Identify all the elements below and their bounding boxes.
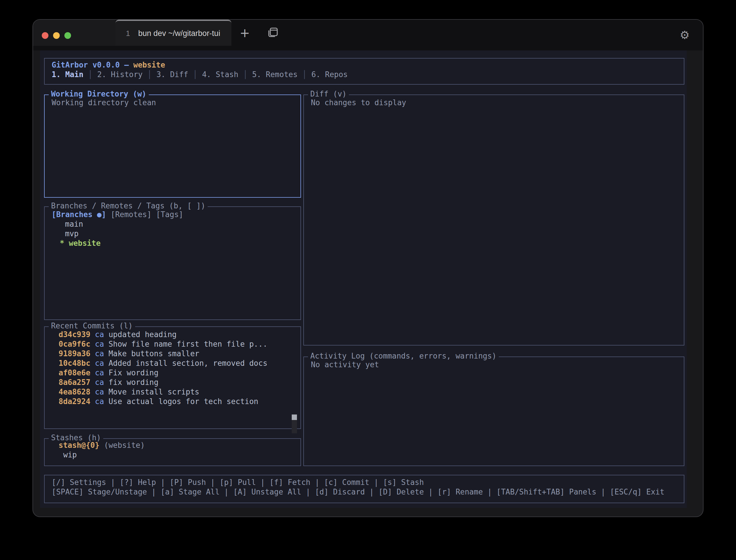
tab-separator: │: [147, 70, 152, 79]
terminal-window: 1 bun dev ~/w/gitarbor-tui + ⚙: [32, 19, 704, 517]
panel-activity-log[interactable]: Activity Log (commands, errors, warnings…: [303, 357, 684, 466]
branch-row-current[interactable]: * website: [52, 239, 300, 248]
tab-separator: │: [88, 70, 93, 79]
diff-title: Diff (v): [308, 90, 349, 98]
stash-message: wip: [59, 450, 300, 460]
app-title: GitArbor v0.0.0 —: [52, 61, 129, 69]
minimize-button[interactable]: [53, 32, 60, 39]
titlebar: 1 bun dev ~/w/gitarbor-tui + ⚙: [33, 20, 703, 50]
commit-row[interactable]: 8a6a257 ca fix wording: [59, 378, 300, 387]
commit-row[interactable]: d34c939 ca updated heading: [59, 330, 300, 339]
panel-stashes[interactable]: Stashes (h) stash@{0} (website) wip: [44, 438, 301, 466]
terminal-content: GitArbor v0.0.0 — website 1. Main│2. His…: [40, 50, 687, 508]
panel-working-directory[interactable]: Working Directory (w) Working directory …: [44, 94, 301, 198]
commits-scrollbar-track: [292, 420, 297, 433]
tab-title: bun dev ~/w/gitarbor-tui: [138, 29, 220, 38]
activity-log-title: Activity Log (commands, errors, warnings…: [308, 352, 499, 360]
working-directory-title: Working Directory (w): [49, 90, 149, 98]
close-button[interactable]: [42, 32, 48, 39]
zoom-button[interactable]: [64, 32, 71, 39]
commit-row[interactable]: 0ca9f6c ca Show file name first then fil…: [59, 339, 300, 349]
tab-number: 1: [126, 29, 130, 38]
screenshot-root: 1 bun dev ~/w/gitarbor-tui + ⚙: [0, 0, 736, 560]
tab-remotes[interactable]: 5. Remotes: [252, 70, 298, 79]
panel-keybindings: [/] Settings | [?] Help | [P] Push | [p]…: [44, 475, 684, 503]
branch-row[interactable]: mvp: [52, 229, 300, 239]
branch-filter-bar: [Branches ●] [Remotes] [Tags]: [52, 210, 300, 219]
stashes-title: Stashes (h): [49, 433, 103, 442]
gear-icon: ⚙: [680, 29, 690, 41]
commit-row[interactable]: 8da2924 ca Use actual logos for tech sec…: [59, 397, 300, 406]
stacked-windows-icon: [266, 26, 279, 39]
tab-stash[interactable]: 4. Stash: [202, 70, 238, 79]
tab-repos[interactable]: 6. Repos: [311, 70, 348, 79]
filter-remotes[interactable]: [Remotes]: [111, 210, 152, 219]
filter-branches[interactable]: [Branches ●]: [52, 210, 106, 219]
plus-icon: +: [239, 26, 250, 40]
tab-main[interactable]: 1. Main: [52, 70, 83, 79]
tab-separator: │: [243, 70, 248, 79]
branches-title: Branches / Remotes / Tags (b, [ ]): [49, 201, 208, 210]
commit-row[interactable]: 10c48bc ca Added install section, remove…: [59, 359, 300, 368]
current-branch-marker: *: [60, 239, 64, 248]
diff-empty-message: No changes to display: [311, 98, 684, 108]
tab-diff[interactable]: 3. Diff: [156, 70, 188, 79]
panel-branches[interactable]: Branches / Remotes / Tags (b, [ ]) [Bran…: [44, 206, 301, 320]
commits-title: Recent Commits (l): [49, 321, 135, 330]
keybindings-line-1: [/] Settings | [?] Help | [P] Push | [p]…: [52, 478, 684, 487]
panel-app-header: GitArbor v0.0.0 — website 1. Main│2. His…: [44, 58, 684, 85]
app-tab-bar: 1. Main│2. History│3. Diff│4. Stash│5. R…: [52, 70, 684, 79]
tab-overview-button[interactable]: [261, 20, 284, 46]
commits-scrollbar-thumb[interactable]: [292, 414, 297, 420]
tab-separator: │: [193, 70, 197, 79]
settings-button[interactable]: ⚙: [675, 20, 695, 50]
commit-row[interactable]: 4ea8628 ca Move install scripts: [59, 387, 300, 397]
current-branch-label: website: [133, 61, 165, 69]
activity-log-empty-message: No activity yet: [311, 360, 684, 370]
working-directory-status: Working directory clean: [52, 98, 300, 108]
branch-row[interactable]: main: [52, 219, 300, 229]
tab-history[interactable]: 2. History: [97, 70, 143, 79]
new-tab-button[interactable]: +: [233, 20, 256, 46]
traffic-lights: [42, 32, 71, 39]
panel-diff[interactable]: Diff (v) No changes to display: [303, 94, 684, 346]
panel-commits[interactable]: Recent Commits (l) d34c939 ca updated he…: [44, 326, 301, 429]
app-title-line: GitArbor v0.0.0 — website: [52, 60, 684, 70]
terminal-tab[interactable]: 1 bun dev ~/w/gitarbor-tui: [115, 20, 231, 46]
tab-separator: │: [302, 70, 307, 79]
commit-row[interactable]: af08e6e ca Fix wording: [59, 368, 300, 378]
keybindings-line-2: [SPACE] Stage/Unstage | [a] Stage All | …: [52, 487, 684, 497]
filter-tags[interactable]: [Tags]: [156, 210, 183, 219]
commit-row[interactable]: 9189a36 ca Make buttons smaller: [59, 349, 300, 359]
